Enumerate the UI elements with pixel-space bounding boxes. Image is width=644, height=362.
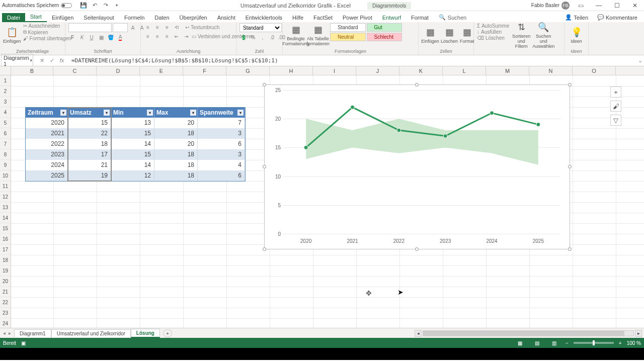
table-header-zeitraum[interactable]: Zeitraum▾ [26,108,68,118]
fx-icon[interactable]: fx [58,57,65,64]
underline-button[interactable]: U [88,33,96,41]
align-left-icon[interactable]: ≡ [144,32,152,40]
zoom-slider[interactable] [574,342,614,344]
zoom-out-icon[interactable]: − [566,340,569,346]
expand-formula-bar-icon[interactable]: ⌄ [636,57,644,64]
minimize-icon[interactable]: — [592,1,606,10]
resize-handle-icon[interactable] [568,247,572,251]
tab-review[interactable]: Überprüfen [175,13,212,22]
sheet-nav-next-icon[interactable]: ▸ [9,330,11,336]
row-header[interactable]: 13 [0,202,11,213]
cell-style-good[interactable]: Gut [367,23,403,32]
table-cell[interactable]: 19 [68,170,111,181]
table-row[interactable]: 20231715183 [26,149,245,160]
resize-handle-icon[interactable] [415,247,419,251]
format-cells-button[interactable]: ▦Format [460,23,474,47]
table-cell[interactable]: 18 [68,139,111,149]
tab-chart-design[interactable]: Entwurf [377,13,406,22]
chart-marker[interactable] [490,111,494,115]
row-header[interactable]: 6 [0,128,11,139]
table-cell[interactable]: 15 [68,118,111,128]
percent-icon[interactable]: % [249,33,257,41]
column-header[interactable]: O [573,66,616,75]
clear-button[interactable]: ⌫Löschen [477,35,509,41]
hscroll-left-icon[interactable]: ◂ [415,330,422,337]
font-color-button[interactable]: A [116,33,124,41]
table-cell[interactable]: 21 [68,160,111,170]
table-cell[interactable]: 3 [198,128,245,139]
table-header-umsatz[interactable]: Umsatz▾ [68,108,111,118]
tab-chart-format[interactable]: Format [406,13,434,22]
chart-object[interactable]: 0510152025202020212022202320242025 [264,84,570,249]
chart-marker[interactable] [397,128,401,132]
resize-handle-icon[interactable] [263,83,266,86]
table-row[interactable]: 20201513207 [26,118,245,128]
column-header[interactable]: D [97,66,140,75]
paste-button[interactable]: 📋Einfügen [3,23,21,47]
chart-elements-button[interactable]: + [610,86,621,98]
row-header[interactable]: 24 [0,318,11,328]
chart-marker[interactable] [351,105,355,109]
sort-filter-button[interactable]: ⇅Sortieren und Filtern [511,23,531,47]
increase-font-icon[interactable]: A [129,24,137,32]
table-cell[interactable]: 14 [111,139,154,149]
filter-icon[interactable]: ▾ [237,110,244,116]
tab-powerpivot[interactable]: Power Pivot [338,13,377,22]
copy-button[interactable]: ⧉Kopieren [23,29,71,35]
currency-icon[interactable]: 💲 [239,33,248,41]
align-top-icon[interactable]: ≡ [144,23,152,31]
table-cell[interactable]: 6 [198,139,245,149]
ribbon-display-options-icon[interactable]: ▭ [574,1,588,10]
chart-marker[interactable] [536,123,540,127]
row-header[interactable]: 8 [0,149,11,160]
table-cell[interactable]: 3 [198,149,245,160]
column-header[interactable]: B [11,66,53,75]
normal-view-icon[interactable]: ▦ [514,339,526,346]
table-cell[interactable]: 2021 [26,128,68,139]
increase-decimal-icon[interactable]: .0 [268,33,276,41]
resize-handle-icon[interactable] [263,165,266,168]
table-cell[interactable]: 2025 [26,170,68,181]
orientation-icon[interactable]: ⟲ [173,23,181,31]
delete-cells-button[interactable]: ▦Löschen [441,23,458,47]
column-header[interactable]: L [443,66,486,75]
account-button[interactable]: Fabio Basler FB [531,2,570,10]
tab-factset[interactable]: FactSet [308,13,338,22]
format-painter-button[interactable]: 🖌Format übertragen [23,36,71,41]
tab-view[interactable]: Ansicht [212,13,240,22]
fill-button[interactable]: ↓Ausfüllen [477,29,509,35]
table-cell[interactable]: 15 [111,128,154,139]
cut-button[interactable]: ✂Ausschneiden [23,23,71,29]
hscroll-right-icon[interactable]: ▸ [635,330,642,337]
font-name-select[interactable] [68,23,112,32]
filter-icon[interactable]: ▾ [60,110,66,116]
row-header[interactable]: 5 [0,118,11,128]
table-cell[interactable]: 18 [154,170,198,181]
row-header[interactable]: 20 [0,276,11,287]
close-icon[interactable]: ✕ [628,1,642,10]
row-header[interactable]: 21 [0,287,11,297]
tab-data[interactable]: Daten [149,13,174,22]
row-header[interactable]: 14 [0,213,11,223]
table-cell[interactable]: 4 [198,160,245,170]
table-row[interactable]: 20212215183 [26,128,245,139]
tab-start[interactable]: Start [25,12,47,22]
column-header[interactable]: K [399,66,443,75]
chart-marker[interactable] [304,145,308,149]
zoom-in-icon[interactable]: + [619,340,622,346]
find-select-button[interactable]: 🔍Suchen und Auswählen [533,23,553,47]
cell-style-neutral[interactable]: Neutral [330,33,366,41]
comma-icon[interactable]: , [259,33,267,41]
table-cell[interactable]: 15 [111,149,154,160]
sheet-nav-prev-icon[interactable]: ◂ [3,330,6,336]
align-right-icon[interactable]: ≡ [163,32,171,40]
border-button[interactable]: ▦ [97,33,105,41]
sheet-tab-umsatzverlauf[interactable]: Umsatzverlauf und Zielkorridor [51,329,131,337]
row-header[interactable]: 1 [0,75,11,86]
zoom-level-label[interactable]: 100 % [627,340,641,346]
italic-button[interactable]: K [78,33,86,41]
share-button[interactable]: 👤Teilen [560,13,593,22]
resize-handle-icon[interactable] [568,165,572,168]
table-cell[interactable]: 7 [198,118,245,128]
row-header[interactable]: 4 [0,107,11,118]
